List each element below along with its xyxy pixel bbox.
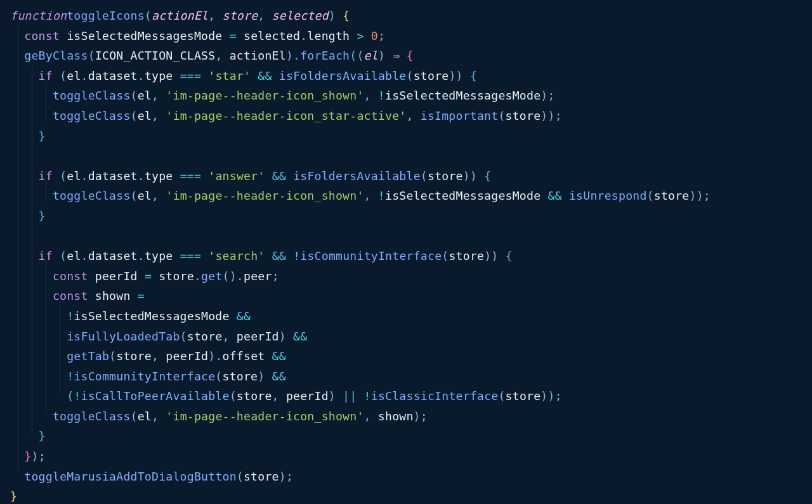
token-punct: . (300, 29, 307, 42)
token-param: actionEl (152, 9, 208, 22)
token-id: isSelectedMessagesMode (67, 29, 222, 42)
token-fncall: toggleClass (53, 189, 131, 202)
token-op: = (230, 29, 237, 42)
token-id: el (138, 89, 152, 102)
token-num: 0 (371, 29, 378, 42)
token-fncall: isCallToPeerAvailable (81, 389, 230, 403)
token-punct: . (138, 249, 145, 262)
token-punct: ) (540, 89, 547, 102)
token-punct: ) (329, 389, 336, 403)
token-id: peerId (286, 389, 329, 403)
token-punct: , (152, 89, 159, 102)
token-op: ! (293, 249, 300, 262)
token-op: && (547, 189, 561, 202)
token-punct: . (81, 249, 88, 262)
token-punct: , (215, 49, 222, 62)
token-punct: ) (279, 330, 286, 343)
token-str: 'im-page--header-icon_shown' (166, 189, 363, 202)
token-op: === (180, 169, 201, 183)
token-id: store (237, 389, 272, 403)
token-id: store (159, 269, 194, 283)
token-id: peerId (237, 330, 279, 343)
token-punct: . (138, 69, 145, 82)
token-fncall: geByClass (24, 49, 88, 62)
token-kw2: if (39, 69, 53, 82)
token-punct: ( (109, 349, 116, 363)
token-param: el (364, 49, 378, 62)
token-punct: ; (378, 29, 385, 42)
token-id: store (428, 169, 463, 183)
token-fncall: isClassicInterface (371, 389, 499, 403)
token-punct: ) (414, 410, 421, 423)
token-op: && (272, 349, 286, 363)
token-brace: } (10, 489, 17, 503)
token-punct: ) (456, 69, 463, 82)
token-fncall: isFoldersAvailable (293, 169, 421, 183)
token-kw: function (10, 9, 67, 22)
token-id: shown (95, 289, 131, 302)
token-punct: . (81, 169, 88, 183)
token-punct: ) (329, 9, 336, 22)
token-prop: peer (244, 269, 272, 283)
token-fncall: toggleClass (53, 109, 131, 122)
token-id: el (67, 69, 81, 82)
token-punct: . (215, 349, 222, 363)
token-id: el (138, 410, 152, 423)
token-brace: { (343, 9, 350, 22)
token-prop: type (145, 69, 173, 82)
token-fncall: isFullyLoadedTab (67, 330, 180, 343)
token-punct: ( (237, 470, 244, 483)
token-brace3: { (484, 169, 491, 183)
token-punct: ) (258, 370, 265, 383)
token-punct: ( (131, 89, 138, 102)
token-id: store (116, 349, 152, 363)
token-prop: dataset (88, 69, 138, 82)
token-op: && (272, 249, 286, 262)
token-punct: ( (60, 249, 67, 262)
token-brace3: } (39, 129, 46, 143)
token-punct: ) (548, 389, 555, 403)
token-punct: ( (230, 389, 237, 403)
token-brace3: { (470, 69, 477, 82)
token-kw2: if (39, 169, 53, 183)
token-const: ICON_ACTION_CLASS (95, 49, 216, 62)
token-punct: ) (697, 189, 704, 202)
token-punct: ( (131, 189, 138, 202)
token-id: el (138, 189, 152, 202)
token-str: 'im-page--header-icon_shown' (166, 410, 363, 423)
token-id: store (506, 389, 541, 403)
token-fnname: toggleIcons (67, 9, 145, 22)
token-punct: ) (230, 269, 237, 283)
token-op: ! (74, 389, 81, 403)
token-punct: , (152, 349, 159, 363)
token-id: shown (378, 410, 414, 423)
token-punct: ) (208, 349, 215, 363)
token-param: store (223, 9, 258, 22)
token-id: store (414, 69, 449, 82)
token-punct: , (152, 189, 159, 202)
token-prop: dataset (88, 169, 138, 183)
token-id: el (138, 109, 152, 122)
token-punct: ( (407, 69, 414, 82)
token-id: store (187, 330, 223, 343)
token-punct: ( (88, 49, 95, 62)
token-fncall: get (201, 269, 222, 283)
token-punct: , (406, 109, 413, 122)
token-punct: ; (555, 389, 562, 403)
token-punct: ; (421, 410, 428, 423)
token-id: isSelectedMessagesMode (74, 309, 229, 323)
token-op: && (237, 309, 251, 323)
code-content: functiontoggleIcons(actionEl, store, sel… (10, 9, 710, 503)
token-punct: ; (555, 109, 562, 122)
token-op: ! (378, 189, 385, 202)
token-op: ! (67, 309, 74, 323)
token-str: 'search' (208, 249, 265, 262)
token-prop: offset (223, 349, 265, 363)
token-id: store (654, 189, 690, 202)
token-id: peerId (95, 269, 138, 283)
token-op: && (272, 370, 286, 383)
code-editor[interactable]: functiontoggleIcons(actionEl, store, sel… (0, 0, 812, 504)
token-punct: ) (470, 169, 477, 183)
token-op: ! (67, 370, 74, 383)
token-fncall: toggleMarusiaAddToDialogButton (24, 470, 237, 483)
